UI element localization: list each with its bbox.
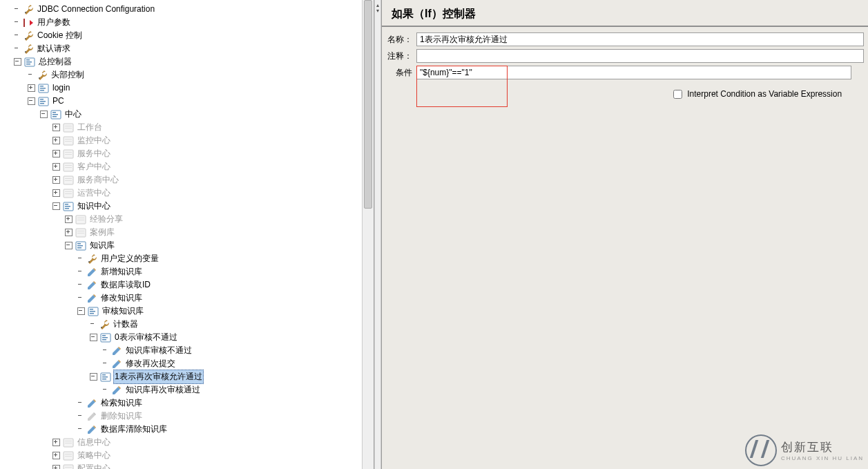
svg-rect-64 — [102, 374, 106, 376]
tree-node-pc[interactable]: PC — [0, 95, 374, 108]
expand-icon[interactable] — [52, 150, 60, 157]
tree-node-workbench[interactable]: 工作台 — [0, 121, 374, 134]
expand-icon[interactable] — [52, 465, 60, 469]
tree-node-service[interactable]: 服务中心 — [0, 147, 374, 160]
svg-rect-15 — [40, 101, 46, 102]
collapse-icon[interactable] — [40, 111, 48, 118]
collapse-icon[interactable] — [90, 373, 97, 381]
tree-node-editResubmit[interactable]: 修改再次提交 — [0, 357, 374, 370]
interpret-checkbox[interactable] — [673, 90, 682, 99]
tree-label: 检索知识库 — [99, 396, 144, 410]
svg-rect-5 — [26, 59, 30, 61]
tree-node-knowledge[interactable]: 知识中心 — [0, 200, 374, 213]
tree-node-auditKb[interactable]: 审核知识库 — [0, 305, 374, 318]
tree-node-monitor[interactable]: 监控中心 — [0, 134, 374, 147]
expand-icon[interactable] — [52, 439, 60, 446]
wrench-icon — [23, 30, 34, 41]
collapse-icon[interactable] — [90, 334, 97, 341]
tree-node-operation[interactable]: 运营中心 — [0, 186, 374, 200]
comment-label: 注释： — [386, 50, 412, 62]
tree-leaf-spacer — [77, 282, 84, 288]
expand-icon[interactable] — [52, 163, 60, 171]
tree-node-searchKb[interactable]: 检索知识库 — [0, 396, 374, 410]
tree-node-userParams[interactable]: 用户参数 — [0, 16, 374, 29]
tree-node-center[interactable]: 中心 — [0, 108, 374, 121]
tree-node-addKb[interactable]: 新增知识库 — [0, 265, 374, 278]
svg-rect-38 — [65, 193, 72, 194]
tree-label: 监控中心 — [76, 134, 112, 147]
tree-node-configCenter[interactable]: 配置中心 — [0, 462, 374, 469]
tree-node-caseLib[interactable]: 案例库 — [0, 226, 374, 239]
collapse-icon[interactable] — [28, 97, 35, 105]
expand-icon[interactable] — [28, 84, 35, 92]
svg-rect-74 — [65, 467, 72, 468]
collapse-icon[interactable] — [77, 307, 85, 315]
tree-node-deleteKb[interactable]: 删除知识库 — [0, 410, 374, 423]
svg-rect-61 — [102, 337, 108, 338]
tree-node-kb[interactable]: 知识库 — [0, 239, 374, 252]
tree-node-defaultReq[interactable]: 默认请求 — [0, 42, 374, 55]
panel-title: 如果（If）控制器 — [392, 7, 858, 21]
tree-label: PC — [51, 95, 66, 108]
svg-point-0 — [25, 12, 26, 13]
tree-label: 服务中心 — [76, 147, 112, 160]
tree-label: 计数器 — [112, 318, 139, 331]
collapse-icon[interactable] — [52, 202, 60, 210]
name-input[interactable] — [416, 32, 864, 46]
collapse-icon[interactable] — [65, 242, 73, 249]
tree-node-customer[interactable]: 客户中心 — [0, 160, 374, 173]
tree-node-vendor[interactable]: 服务商中心 — [0, 173, 374, 186]
collapse-icon[interactable] — [14, 58, 21, 66]
controller-icon — [38, 96, 49, 107]
expand-icon[interactable] — [52, 124, 60, 131]
pencil-icon — [86, 267, 97, 278]
tree-node-dbReadId[interactable]: 数据库读取ID — [0, 278, 374, 291]
condition-input[interactable] — [416, 66, 851, 79]
tree-node-editKb[interactable]: 修改知识库 — [0, 291, 374, 305]
svg-rect-16 — [40, 103, 44, 104]
pencil-icon — [86, 280, 97, 291]
tree-node-infoCenter[interactable]: 信息中心 — [0, 436, 374, 449]
tree-label: 数据库清除知识库 — [99, 423, 168, 436]
tree-node-kbAuditFail[interactable]: 知识库审核不通过 — [0, 344, 374, 357]
name-label: 名称： — [386, 34, 412, 46]
tree-node-onePass[interactable]: 1表示再次审核允许通过 — [0, 370, 374, 383]
tree-node-expShare[interactable]: 经验分享 — [0, 213, 374, 226]
svg-rect-56 — [90, 311, 95, 312]
tree-node-strategyCenter[interactable]: 策略中心 — [0, 449, 374, 462]
svg-point-3 — [25, 51, 26, 52]
tree-node-dbClearKb[interactable]: 数据库清除知识库 — [0, 423, 374, 436]
pane-splitter[interactable] — [374, 0, 381, 469]
expand-icon[interactable] — [52, 452, 60, 459]
comment-input[interactable] — [416, 49, 864, 63]
expand-icon[interactable] — [65, 229, 73, 236]
tree-node-jdbc[interactable]: JDBC Connection Configuration — [0, 3, 374, 16]
tree-node-kbReauditPass[interactable]: 知识库再次审核通过 — [0, 383, 374, 396]
svg-rect-37 — [65, 191, 72, 192]
tree-pane[interactable]: JDBC Connection Configuration用户参数Cookie … — [0, 0, 374, 469]
svg-rect-25 — [65, 139, 72, 140]
expand-icon[interactable] — [65, 216, 73, 223]
expand-icon[interactable] — [52, 189, 60, 197]
tree-node-counter[interactable]: 计数器 — [0, 318, 374, 331]
tree-label: 策略中心 — [76, 449, 112, 462]
tree-node-headCtrl[interactable]: 头部控制 — [0, 68, 374, 82]
expand-icon[interactable] — [52, 137, 60, 144]
tree-node-masterCtrl[interactable]: 总控制器 — [0, 55, 374, 68]
pencil-icon — [111, 345, 122, 356]
tree-node-userVars[interactable]: 用户定义的变量 — [0, 252, 374, 265]
pencil-icon — [86, 424, 97, 435]
tree-node-login[interactable]: login — [0, 82, 374, 95]
tree-scrollbar[interactable] — [362, 0, 374, 469]
tree-node-zeroFail[interactable]: 0表示审核不通过 — [0, 331, 374, 344]
tree-leaf-spacer — [102, 387, 108, 393]
logo-text-sub: CHUANG XIN HU LIAN — [781, 455, 864, 461]
editor-pane: 如果（If）控制器 名称： 注释： 条件 Interpret Condition… — [381, 0, 868, 469]
svg-rect-32 — [65, 167, 72, 168]
expand-icon[interactable] — [52, 176, 60, 184]
tree-leaf-spacer — [77, 256, 84, 262]
svg-rect-23 — [65, 128, 72, 128]
tree-label: 服务商中心 — [76, 173, 120, 186]
tree-node-cookieCtrl[interactable]: Cookie 控制 — [0, 29, 374, 42]
svg-rect-20 — [52, 116, 57, 117]
